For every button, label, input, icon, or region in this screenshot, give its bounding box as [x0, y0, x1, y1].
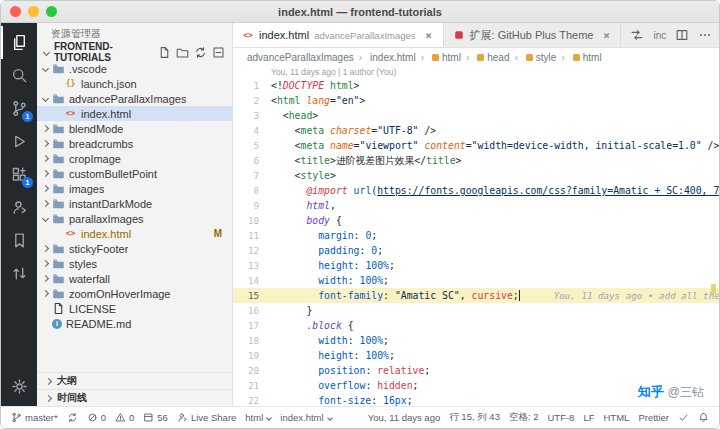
activity-badge: 1 [22, 111, 33, 122]
code-token: < [271, 140, 301, 151]
collapse-button[interactable] [212, 46, 225, 59]
code-line: 5 <meta name="viewport" content="width=d… [233, 138, 719, 153]
status-language-mode[interactable]: HTML [604, 412, 630, 423]
status-format-status[interactable] [678, 412, 689, 423]
refresh-button[interactable] [194, 46, 207, 59]
status-encoding[interactable]: UTF-8 [547, 412, 574, 423]
code-editor[interactable]: You, 11 days ago | 1 author (You) 1<!DOC… [233, 66, 719, 406]
line-number: 14 [233, 273, 271, 288]
status-indentation[interactable]: 空格: 2 [509, 411, 539, 424]
activity-gitlens[interactable] [1, 257, 37, 290]
status-warnings[interactable]: 0 [115, 412, 134, 423]
tree-item[interactable]: iREADME.md [37, 316, 232, 331]
code-token: /> [419, 125, 437, 136]
code-token: : [365, 380, 377, 391]
tab-close-button[interactable]: × [601, 29, 611, 42]
code-line: 14 width: 100%; [233, 273, 719, 288]
split-editor[interactable] [675, 28, 689, 42]
close-window-button[interactable] [10, 6, 21, 17]
tree-item[interactable]: stickyFooter [37, 241, 232, 256]
breadcrumb-item[interactable]: html [416, 52, 461, 63]
breadcrumb-item[interactable]: style [510, 52, 557, 63]
inc-indicator[interactable]: inc [653, 30, 666, 41]
tree-item[interactable]: LICENSE [37, 301, 232, 316]
sidebar-panel-1[interactable]: 时间线 [37, 389, 232, 406]
sidebar-panel-0[interactable]: 大纲 [37, 372, 232, 389]
code-token: html [277, 95, 301, 106]
status-git-blame[interactable]: You, 11 days ago [368, 412, 440, 423]
status-errors[interactable]: 0 [87, 412, 106, 423]
tree-item[interactable]: styles [37, 256, 232, 271]
activity-extensions[interactable]: 1 [1, 158, 37, 191]
zoom-window-button[interactable] [46, 6, 57, 17]
tree-item[interactable]: .vscode [37, 61, 232, 76]
tree-item-label: stickyFooter [69, 243, 128, 255]
tree-item-label: breadcrumbs [69, 138, 133, 150]
folder-icon [52, 242, 65, 255]
new-file-button[interactable] [158, 46, 171, 59]
code-line: 20 position: relative; [233, 363, 719, 378]
code-token: height [318, 350, 353, 361]
tree-item[interactable]: parallaxImages [37, 211, 232, 226]
code-token: relative [377, 365, 424, 376]
activity-manage[interactable] [1, 370, 37, 403]
activity-search[interactable] [1, 59, 37, 92]
tree-item[interactable]: <>index.html [37, 106, 232, 121]
codelens-annotation[interactable]: You, 11 days ago | 1 author (You) [233, 66, 719, 78]
status-sync[interactable] [67, 412, 78, 423]
status-live-share[interactable]: Live Share [177, 412, 236, 423]
tree-item[interactable]: zoomOnHoverImage [37, 286, 232, 301]
tree-item[interactable]: waterfall [37, 271, 232, 286]
chevron-down-icon [42, 215, 49, 222]
tree-item[interactable]: images [37, 181, 232, 196]
tab-close-button[interactable]: × [424, 29, 434, 42]
code-token [271, 230, 318, 241]
code-token: 100% [359, 335, 383, 346]
line-number: 17 [233, 318, 271, 333]
editor-tab-0[interactable]: <>index.htmladvanceParallaxImages× [233, 23, 444, 47]
minimize-window-button[interactable] [28, 6, 39, 17]
tree-item[interactable]: advanceParallaxImages [37, 91, 232, 106]
gear-icon [11, 378, 28, 395]
breadcrumb-item[interactable]: advanceParallaxImages [247, 52, 354, 63]
sidebar-panels: 大纲时间线 [37, 372, 232, 406]
breadcrumb-label: head [487, 52, 509, 63]
code-line: 9 html, [233, 198, 719, 213]
file-icon [52, 302, 65, 315]
tree-item[interactable]: instantDarkMode [37, 196, 232, 211]
chevron-down-icon [42, 95, 49, 102]
activity-run-debug[interactable] [1, 125, 37, 158]
folder-icon [52, 272, 65, 285]
code-token: html [306, 200, 330, 211]
activity-source-control[interactable]: 1 [1, 92, 37, 125]
status-eol[interactable]: LF [583, 412, 594, 423]
status-cursor-position[interactable]: 行 15, 列 43 [449, 411, 500, 424]
activity-live-share[interactable] [1, 191, 37, 224]
tree-item[interactable]: blendMode [37, 121, 232, 136]
code-token: font-family [318, 290, 383, 301]
open-changes[interactable] [630, 28, 644, 42]
tree-item-label: cropImage [69, 153, 121, 165]
section-header-frontend-tutorials[interactable]: FRONTEND-TUTORIALS [37, 43, 232, 61]
more-actions[interactable] [698, 28, 712, 42]
tree-item[interactable]: customBulletPoint [37, 166, 232, 181]
breadcrumb-item[interactable]: head [461, 52, 510, 63]
tree-item[interactable]: cropImage [37, 151, 232, 166]
tree-item[interactable]: breadcrumbs [37, 136, 232, 151]
breadcrumb-item[interactable]: html [556, 52, 601, 63]
activity-bookmarks[interactable] [1, 224, 37, 257]
tree-item[interactable]: {}launch.json [37, 76, 232, 91]
editor-tab-1[interactable]: 扩展: GitHub Plus Theme× [444, 23, 622, 47]
new-folder-button[interactable] [176, 46, 189, 59]
status-formatter[interactable]: Prettier [638, 412, 669, 423]
status-html-picker[interactable]: html [245, 412, 271, 423]
tree-item[interactable]: <>index.htmlM [37, 226, 232, 241]
status-active-file-picker[interactable]: index.html [280, 412, 331, 423]
status-git-branch[interactable]: master* [11, 412, 58, 423]
tree-item-label: advanceParallaxImages [69, 93, 186, 105]
breadcrumb-item[interactable]: index.html [354, 52, 416, 63]
status-counter[interactable]: 56 [143, 412, 168, 423]
activity-explorer[interactable] [1, 26, 37, 59]
status-notifications[interactable] [698, 412, 709, 423]
tree-item-label: waterfall [69, 273, 110, 285]
